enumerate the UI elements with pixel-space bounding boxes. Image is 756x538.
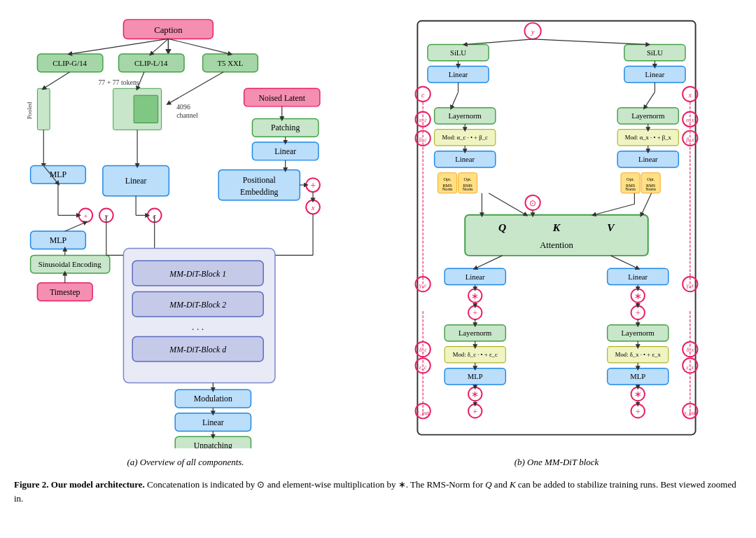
figure-caption: Figure 2. Our model architecture. Concat… bbox=[14, 478, 742, 505]
svg-text:x: x bbox=[311, 203, 315, 212]
svg-text:+: + bbox=[472, 308, 477, 318]
left-caption: (a) Overview of all components. bbox=[14, 457, 357, 468]
svg-text:MLP: MLP bbox=[50, 170, 67, 179]
svg-text:Embedding: Embedding bbox=[240, 187, 278, 197]
svg-text:Modulation: Modulation bbox=[194, 394, 232, 404]
svg-text:Linear: Linear bbox=[455, 156, 475, 163]
svg-line-19 bbox=[43, 72, 69, 89]
svg-text:Linear: Linear bbox=[638, 156, 658, 163]
svg-rect-16 bbox=[134, 95, 158, 123]
main-container: Caption CLIP-G/14 CLIP-L/14 T5 XXL 77 + … bbox=[14, 14, 742, 451]
svg-text:Pooled: Pooled bbox=[26, 102, 33, 119]
svg-text:Layernorm: Layernorm bbox=[622, 329, 655, 337]
svg-text:Opt.: Opt. bbox=[626, 177, 634, 181]
svg-text:Linear: Linear bbox=[274, 146, 296, 156]
svg-text:+: + bbox=[636, 407, 640, 417]
svg-text:Sinusoidal Encoding: Sinusoidal Encoding bbox=[38, 260, 102, 268]
svg-text:MLP: MLP bbox=[468, 373, 483, 380]
svg-line-21 bbox=[168, 72, 223, 104]
svg-text:Norm: Norm bbox=[442, 186, 453, 191]
right-caption: (b) One MM-DiT block bbox=[371, 457, 742, 468]
svg-text:channel: channel bbox=[176, 111, 198, 119]
svg-text:. . .: . . . bbox=[192, 322, 204, 332]
svg-text:Linear: Linear bbox=[465, 273, 485, 281]
svg-text:Linear: Linear bbox=[449, 71, 468, 78]
svg-text:4096: 4096 bbox=[176, 103, 190, 111]
svg-text:T5 XXL: T5 XXL bbox=[217, 59, 243, 67]
svg-text:Mod: δ_x · • + ε_x: Mod: δ_x · • + ε_x bbox=[615, 351, 662, 358]
svg-text:Attention: Attention bbox=[540, 240, 573, 250]
svg-text:77 + 77 tokens: 77 + 77 tokens bbox=[98, 78, 139, 86]
svg-text:∗: ∗ bbox=[471, 389, 479, 399]
svg-text:⊙: ⊙ bbox=[529, 199, 536, 208]
svg-text:Linear: Linear bbox=[125, 176, 147, 186]
right-diagram-svg: y SiLU SiLU Linear Linear c x bbox=[371, 14, 742, 448]
left-diagram-svg: Caption CLIP-G/14 CLIP-L/14 T5 XXL 77 + … bbox=[14, 14, 357, 448]
svg-line-100 bbox=[533, 39, 648, 45]
svg-text:SiLU: SiLU bbox=[647, 49, 663, 57]
figure-bold-text: Our model architecture. bbox=[51, 479, 145, 490]
svg-text:Linear: Linear bbox=[628, 273, 648, 281]
svg-text:Mod: α_x · • + β_x: Mod: α_x · • + β_x bbox=[625, 134, 672, 141]
svg-text:MLP: MLP bbox=[630, 373, 645, 380]
svg-line-11 bbox=[168, 39, 230, 54]
svg-text:Layernorm: Layernorm bbox=[458, 329, 492, 337]
figure-label: Figure 2. bbox=[14, 479, 49, 490]
svg-text:Timestep: Timestep bbox=[50, 287, 80, 297]
svg-text:Opt.: Opt. bbox=[444, 177, 451, 181]
svg-rect-13 bbox=[37, 88, 50, 130]
svg-text:Opt.: Opt. bbox=[464, 177, 472, 181]
svg-text:MLP: MLP bbox=[50, 235, 67, 245]
svg-text:MM-DiT-Block 1: MM-DiT-Block 1 bbox=[169, 269, 226, 279]
svg-line-67 bbox=[65, 222, 86, 231]
svg-text:Opt.: Opt. bbox=[647, 177, 654, 181]
svg-line-173 bbox=[611, 256, 638, 268]
svg-text:Patching: Patching bbox=[271, 123, 300, 132]
svg-text:CLIP-L/14: CLIP-L/14 bbox=[134, 59, 168, 67]
svg-text:CLIP-G/14: CLIP-G/14 bbox=[52, 59, 87, 67]
svg-text:Linear: Linear bbox=[645, 71, 665, 78]
svg-line-99 bbox=[465, 39, 533, 45]
svg-text:∗: ∗ bbox=[471, 291, 479, 301]
left-diagram: Caption CLIP-G/14 CLIP-L/14 T5 XXL 77 + … bbox=[14, 14, 357, 451]
svg-text:∗: ∗ bbox=[634, 291, 642, 301]
svg-text:Caption: Caption bbox=[154, 25, 183, 35]
svg-text:V: V bbox=[607, 221, 615, 233]
svg-text:+: + bbox=[636, 308, 640, 318]
svg-text:Layernorm: Layernorm bbox=[449, 112, 482, 120]
svg-text:Unpatching: Unpatching bbox=[194, 441, 232, 448]
svg-text:MM-DiT-Block 2: MM-DiT-Block 2 bbox=[169, 300, 226, 310]
svg-text:MM-DiT-Block d: MM-DiT-Block d bbox=[169, 345, 226, 354]
svg-line-166 bbox=[594, 204, 634, 215]
svg-line-128 bbox=[451, 92, 458, 107]
svg-text:Mod: δ_c · • + ε_c: Mod: δ_c · • + ε_c bbox=[453, 351, 498, 358]
svg-text:Noised Latent: Noised Latent bbox=[259, 93, 306, 103]
svg-line-167 bbox=[641, 193, 652, 215]
svg-text:SiLU: SiLU bbox=[450, 49, 466, 57]
captions-row: (a) Overview of all components. (b) One … bbox=[14, 457, 742, 468]
svg-text:c: c bbox=[421, 91, 425, 99]
right-diagram: y SiLU SiLU Linear Linear c x bbox=[371, 14, 742, 451]
svg-text:Norm: Norm bbox=[625, 186, 636, 191]
svg-text:Q: Q bbox=[498, 221, 506, 233]
svg-text:Mod: α_c · • + β_c: Mod: α_c · • + β_c bbox=[442, 134, 488, 141]
svg-text:+: + bbox=[83, 212, 88, 220]
svg-line-163 bbox=[489, 193, 526, 215]
svg-line-130 bbox=[645, 92, 655, 107]
svg-text:Norm: Norm bbox=[645, 186, 656, 191]
svg-text:∗: ∗ bbox=[634, 389, 642, 399]
svg-text:K: K bbox=[552, 221, 561, 233]
svg-text:+: + bbox=[472, 407, 477, 417]
svg-text:x: x bbox=[688, 91, 692, 99]
svg-text:Linear: Linear bbox=[202, 418, 224, 427]
svg-text:Layernorm: Layernorm bbox=[631, 112, 665, 120]
svg-line-172 bbox=[475, 256, 503, 268]
svg-text:+: + bbox=[310, 180, 316, 191]
svg-text:Norm: Norm bbox=[463, 186, 473, 191]
svg-text:y: y bbox=[531, 28, 535, 36]
svg-text:Positional: Positional bbox=[243, 175, 276, 185]
